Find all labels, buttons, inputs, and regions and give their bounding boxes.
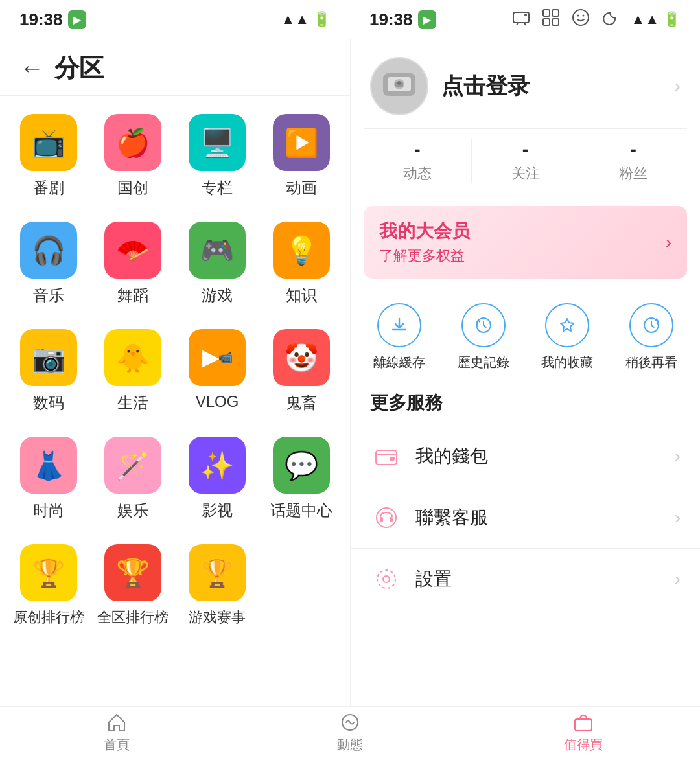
quick-watchlater-label: 稍後再看: [625, 354, 677, 371]
category-quanqu-label: 全区排行榜: [97, 608, 169, 627]
category-shuma[interactable]: 📷 数码: [6, 317, 91, 425]
category-guochuang[interactable]: 🍎 国创: [91, 102, 175, 210]
category-guochuang-label: 国创: [117, 178, 148, 198]
tv-icon[interactable]: [511, 8, 531, 32]
svg-rect-21: [380, 517, 383, 522]
moon-icon[interactable]: [601, 8, 620, 32]
quick-offline[interactable]: 離線緩存: [373, 303, 425, 371]
category-yule[interactable]: 🪄 娱乐: [91, 425, 175, 533]
stat-fensi-value: -: [631, 139, 636, 160]
quick-watchlater[interactable]: 稍後再看: [625, 303, 677, 371]
category-fanju-label: 番剧: [33, 178, 64, 198]
quick-collect[interactable]: 我的收藏: [541, 303, 593, 371]
category-donghua-label: 动画: [286, 178, 317, 198]
bottom-nav: 首頁 動態 值得買: [0, 706, 700, 758]
svg-rect-4: [543, 10, 550, 16]
nav-deal[interactable]: 值得買: [467, 707, 700, 758]
signal-icons-right: ▲▲: [631, 11, 659, 28]
stat-dongtai-value: -: [414, 139, 420, 160]
more-services-title: 更多服務: [351, 384, 700, 426]
category-youxisaishi[interactable]: 🏆 游戏赛事: [175, 533, 259, 639]
nav-deal-label: 值得買: [564, 736, 603, 753]
service-customerservice-label: 聯繫客服: [415, 505, 662, 530]
category-shishang[interactable]: 👗 时尚: [6, 425, 91, 533]
category-yinyue-label: 音乐: [33, 285, 64, 306]
service-wallet-label: 我的錢包: [415, 444, 662, 468]
category-shishang-label: 时尚: [33, 500, 64, 521]
category-zhuanlan[interactable]: 🖥️ 专栏: [175, 102, 259, 210]
svg-point-10: [583, 14, 585, 16]
svg-point-15: [397, 81, 401, 85]
category-donghua[interactable]: ▶️ 动画: [259, 102, 344, 210]
back-button[interactable]: ←: [19, 54, 44, 82]
left-header: ← 分区: [0, 39, 350, 95]
category-grid: 📺 番剧 🍎 国创 🖥️ 专栏 ▶️ 动画 🎧 音乐 🪭 舞蹈 🎮 游戏: [0, 96, 350, 645]
svg-rect-19: [390, 457, 395, 461]
category-vlog-label: VLOG: [196, 393, 239, 411]
nav-trending-label: 動態: [337, 736, 363, 753]
profile-name: 点击登录: [441, 71, 662, 101]
settings-icon: [370, 563, 402, 595]
category-youxi-label: 游戏: [202, 285, 233, 306]
vip-banner[interactable]: 我的大会员 了解更多权益 ›: [364, 206, 687, 279]
profile-chevron: ›: [675, 76, 681, 97]
category-zhishi[interactable]: 💡 知识: [259, 210, 344, 317]
svg-rect-26: [575, 719, 592, 731]
category-guishou[interactable]: 🤡 鬼畜: [259, 317, 344, 425]
profile-section[interactable]: 点击登录 ›: [351, 39, 700, 128]
stat-guanzhu-label: 关注: [511, 164, 540, 183]
stat-fensi-label: 粉丝: [619, 164, 648, 183]
status-icon-green-right: ▶: [418, 10, 436, 29]
category-yuanchuang[interactable]: 🏆 原创排行榜: [6, 533, 91, 639]
category-shuma-label: 数码: [33, 393, 64, 413]
status-icon-green-left: ▶: [68, 10, 86, 29]
vip-text-block: 我的大会员 了解更多权益: [379, 219, 470, 266]
nav-trending[interactable]: 動態: [233, 707, 467, 758]
service-customerservice[interactable]: 聯繫客服 ›: [351, 487, 700, 549]
service-settings-chevron: ›: [675, 569, 681, 590]
stat-dongtai[interactable]: - 动态: [364, 139, 471, 183]
category-yingshi-label: 影视: [202, 500, 233, 521]
nav-home[interactable]: 首頁: [0, 707, 233, 758]
service-wallet[interactable]: 我的錢包 ›: [351, 426, 700, 487]
category-wudao[interactable]: 🪭 舞蹈: [91, 210, 175, 317]
svg-rect-22: [390, 517, 393, 522]
category-yingshi[interactable]: ✨ 影视: [175, 425, 259, 533]
svg-rect-0: [513, 12, 529, 23]
quick-history-label: 歷史記錄: [458, 354, 509, 371]
stat-fensi[interactable]: - 粉丝: [579, 139, 687, 183]
category-zhuanlan-label: 专栏: [202, 178, 233, 198]
stats-row: - 动态 - 关注 - 粉丝: [364, 128, 687, 194]
stat-guanzhu[interactable]: - 关注: [472, 139, 579, 183]
page-title: 分区: [54, 52, 104, 85]
quick-actions: 離線緩存 歷史記錄 我的收藏 稍後再看: [351, 290, 700, 384]
svg-point-3: [524, 14, 527, 16]
stat-dongtai-label: 动态: [403, 164, 432, 183]
quick-collect-label: 我的收藏: [541, 354, 593, 371]
category-quanqu[interactable]: 🏆 全区排行榜: [91, 533, 175, 639]
avatar: [370, 57, 428, 115]
svg-rect-5: [552, 10, 559, 16]
category-vlog[interactable]: ▶📹 VLOG: [175, 317, 259, 425]
category-guishou-label: 鬼畜: [286, 393, 317, 413]
category-shenghuo[interactable]: 🐥 生活: [91, 317, 175, 425]
battery-right: 🔋: [663, 11, 681, 28]
category-huati[interactable]: 💬 话题中心: [259, 425, 344, 533]
service-customerservice-chevron: ›: [675, 507, 681, 528]
svg-point-20: [377, 508, 396, 527]
svg-point-24: [377, 570, 395, 588]
service-settings-label: 設置: [415, 567, 662, 591]
category-yule-label: 娱乐: [117, 500, 148, 521]
category-fanju[interactable]: 📺 番剧: [6, 102, 91, 210]
scan-icon[interactable]: [541, 8, 561, 32]
vip-chevron: ›: [666, 232, 671, 253]
category-yinyue[interactable]: 🎧 音乐: [6, 210, 91, 317]
quick-history[interactable]: 歷史記錄: [458, 303, 509, 371]
service-settings[interactable]: 設置 ›: [351, 549, 700, 610]
category-youxi[interactable]: 🎮 游戏: [175, 210, 259, 317]
quick-offline-label: 離線緩存: [373, 354, 425, 371]
category-zhishi-label: 知识: [286, 285, 317, 306]
service-wallet-chevron: ›: [675, 446, 681, 466]
smile-icon[interactable]: [571, 8, 590, 32]
nav-home-label: 首頁: [104, 736, 130, 753]
